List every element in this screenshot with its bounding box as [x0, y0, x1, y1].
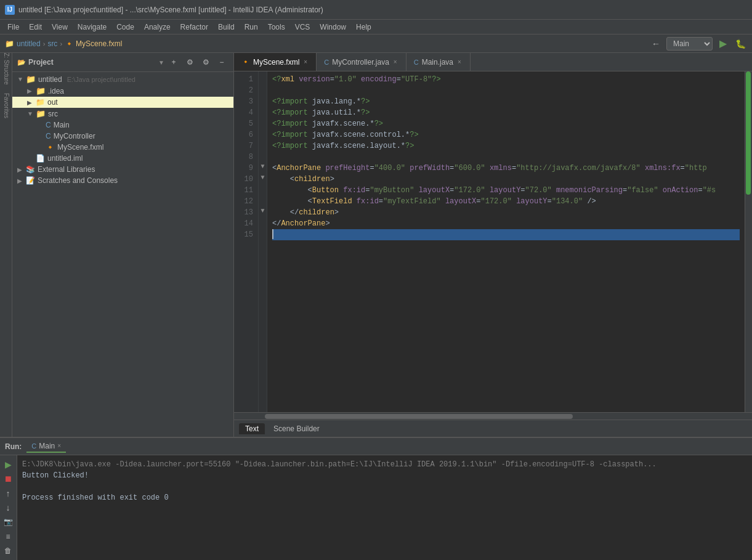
tree-mycontroller-java[interactable]: C MyController: [12, 131, 233, 142]
menu-build[interactable]: Build: [213, 22, 240, 33]
ln-8: 8: [234, 152, 253, 163]
ln-2: 2: [234, 85, 253, 96]
bottom-tab-scene-builder[interactable]: Scene Builder: [267, 423, 326, 434]
favorites-tab[interactable]: Favorites: [2, 93, 9, 118]
icon-scratches: 📝: [26, 176, 35, 185]
run-controls: ← Main ▶ 🐛: [649, 37, 747, 51]
project-folder-icon: 📂: [17, 59, 26, 67]
run-button[interactable]: ▶: [716, 37, 730, 51]
back-button[interactable]: ←: [649, 37, 663, 51]
tree-idea[interactable]: ▶ 📁 .idea: [12, 85, 233, 97]
run-wrap[interactable]: ≡: [1, 530, 15, 543]
project-add-button[interactable]: +: [167, 55, 180, 69]
app-icon: IJ: [5, 5, 15, 15]
menu-run[interactable]: Run: [240, 22, 263, 33]
tab-myscene-fxml[interactable]: 🔸 MyScene.fxml ×: [234, 53, 317, 71]
tree-label-external: External Libraries: [38, 165, 95, 174]
h-scrollbar-thumb[interactable]: [265, 414, 573, 419]
structure-tab[interactable]: Z: Structure: [2, 53, 9, 85]
project-minimize-button[interactable]: −: [215, 55, 228, 69]
run-config-dropdown[interactable]: Main: [666, 37, 713, 51]
tree-label-mycontroller: MyController: [54, 132, 95, 140]
menu-window[interactable]: Window: [315, 22, 351, 33]
breadcrumb-bar: 📁 untitled › src › 🔸 MyScene.fxml ← Main…: [0, 34, 752, 53]
h-scrollbar[interactable]: [234, 412, 752, 420]
menu-file[interactable]: File: [2, 22, 24, 33]
run-tab-close[interactable]: ×: [57, 442, 61, 449]
tree-path-untitled: E:\Java project\untitled: [67, 76, 135, 83]
editor-tabs: 🔸 MyScene.fxml × C MyController.java × C…: [234, 53, 752, 71]
run-main-tab[interactable]: C Main ×: [26, 440, 66, 453]
tab-main-java[interactable]: C Main.java ×: [406, 53, 471, 71]
folder-icon-untitled: 📁: [26, 75, 36, 84]
tab-mycontroller-close[interactable]: ×: [392, 58, 398, 66]
tree-out[interactable]: ▶ 📁 out: [12, 97, 233, 108]
breadcrumb-file[interactable]: 🔸 MyScene.fxml: [65, 39, 122, 48]
run-stop-button[interactable]: ⏹: [1, 472, 15, 485]
run-filter[interactable]: 🗑: [1, 545, 15, 558]
run-output-exit: Process finished with exit code 0: [22, 492, 747, 503]
code-content[interactable]: <?xml version="1.0" encoding="UTF-8"?> <…: [267, 71, 745, 412]
tree-main-java[interactable]: C Main: [12, 120, 233, 131]
tree-root-untitled[interactable]: ▼ 📁 untitled E:\Java project\untitled: [12, 73, 233, 85]
run-settings[interactable]: 📷: [1, 516, 15, 529]
run-rerun-button[interactable]: ▶: [1, 458, 15, 471]
bottom-tab-text[interactable]: Text: [239, 423, 265, 434]
folder-icon-idea: 📁: [36, 86, 46, 95]
menu-analyze[interactable]: Analyze: [139, 22, 176, 33]
tab-myscene-close[interactable]: ×: [302, 58, 309, 66]
ln-1: 1: [234, 74, 253, 85]
tree-untitled-iml[interactable]: 📄 untitled.iml: [12, 153, 233, 164]
vertical-scrollbar[interactable]: [745, 71, 752, 412]
fold-9[interactable]: ▼: [259, 160, 267, 171]
code-editor[interactable]: 1 2 3 4 5 6 7 8 9 10 11 12 13 14 15: [234, 71, 752, 412]
tab-java-icon-main: C: [414, 59, 419, 66]
run-label: Run:: [5, 442, 22, 451]
v-scrollbar-thumb[interactable]: [746, 71, 751, 195]
file-icon-iml: 📄: [36, 154, 45, 163]
run-scroll-down[interactable]: ↓: [1, 501, 15, 514]
menu-code[interactable]: Code: [111, 22, 139, 33]
tree-label-untitled: untitled: [38, 75, 62, 84]
code-line-1: <?xml version="1.0" encoding="UTF-8"?>: [272, 74, 740, 85]
menu-refactor[interactable]: Refactor: [176, 22, 213, 33]
breadcrumb-project[interactable]: untitled: [17, 39, 41, 48]
project-gear-button[interactable]: ⚙: [199, 55, 212, 69]
run-scroll-up[interactable]: ↑: [1, 487, 15, 500]
code-line-13: </children>: [272, 207, 740, 218]
tree-label-out: out: [47, 98, 58, 107]
menu-vcs[interactable]: VCS: [290, 22, 315, 33]
code-line-8: [272, 152, 740, 163]
tab-mycontroller-label: MyController.java: [332, 58, 389, 67]
tab-mycontroller-java[interactable]: C MyController.java ×: [317, 53, 406, 71]
menu-edit[interactable]: Edit: [24, 22, 47, 33]
project-panel: 📂 Project ▼ + ⚙ ⚙ − ▼ 📁 untitled E:\Java…: [12, 53, 234, 437]
debug-button[interactable]: 🐛: [734, 37, 747, 51]
ln-5: 5: [234, 118, 253, 129]
tree-external-libs[interactable]: ▶ 📚 External Libraries: [12, 164, 233, 175]
breadcrumb-sep2: ›: [60, 40, 62, 47]
ln-15: 15: [234, 229, 253, 240]
fold-gutter: ▼ ▼ ▼: [259, 71, 267, 412]
menu-tools[interactable]: Tools: [263, 22, 290, 33]
run-toolbar: ▶ ⏹ ↑ ↓ 📷 ≡ 🗑: [0, 455, 17, 560]
tab-java-icon-mycontroller: C: [324, 59, 329, 66]
tree-src[interactable]: ▼ 📁 src: [12, 108, 233, 120]
run-output-clicked: Button Clicked!: [22, 470, 747, 481]
code-line-15[interactable]: [272, 229, 740, 240]
menu-view[interactable]: View: [47, 22, 73, 33]
breadcrumb-src[interactable]: src: [47, 39, 57, 48]
menu-navigate[interactable]: Navigate: [73, 22, 111, 33]
run-output-blank: [22, 481, 747, 492]
fold-13[interactable]: ▼: [259, 205, 267, 216]
project-tree: ▼ 📁 untitled E:\Java project\untitled ▶ …: [12, 72, 233, 437]
tab-main-close[interactable]: ×: [456, 58, 463, 66]
tree-myscene-fxml[interactable]: 🔸 MyScene.fxml: [12, 142, 233, 153]
fold-10[interactable]: ▼: [259, 171, 267, 182]
ln-13: 13: [234, 207, 253, 218]
project-sync-button[interactable]: ⚙: [183, 55, 196, 69]
menu-help[interactable]: Help: [351, 22, 376, 33]
file-icon-mycontroller: C: [46, 132, 51, 140]
tree-scratches[interactable]: ▶ 📝 Scratches and Consoles: [12, 175, 233, 186]
ln-6: 6: [234, 129, 253, 140]
